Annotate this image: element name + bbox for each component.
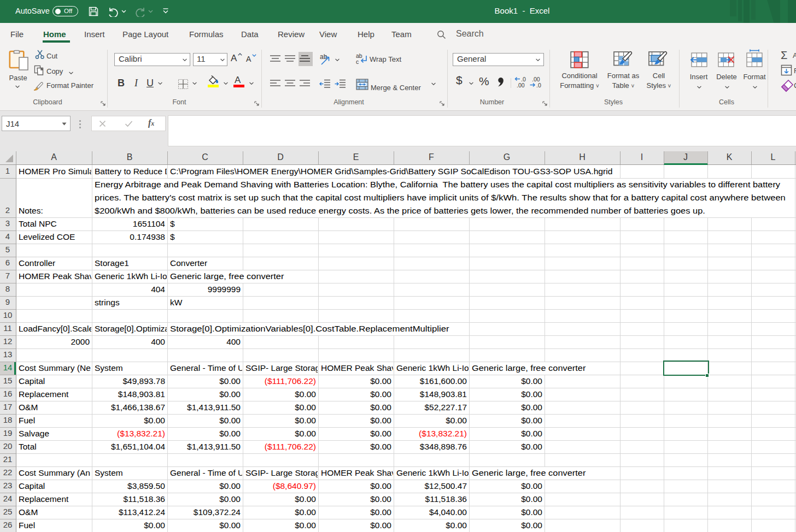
svg-text:.0: .0	[536, 82, 541, 88]
svg-text:.00: .00	[517, 82, 525, 88]
svg-text:c: c	[356, 58, 359, 65]
